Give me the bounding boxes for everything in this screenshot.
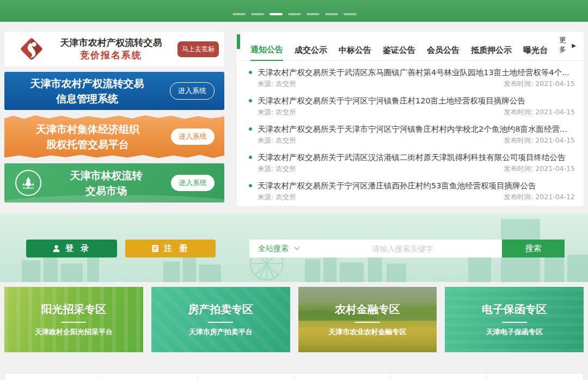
- bottom-cell: [295, 373, 391, 380]
- search-bar: 全站搜索 搜索: [249, 240, 565, 258]
- carousel-dots: [232, 13, 357, 15]
- zone-card-property-auction[interactable]: 房产拍卖专区 天津市房产拍卖平台: [151, 287, 290, 352]
- info-banner-text: 天津市农村产权流转交易 信息管理系统: [4, 76, 170, 107]
- equity-banner-line2: 股权托管交易平台: [4, 137, 171, 152]
- zone-divider: [355, 322, 380, 323]
- forest-rights-banner[interactable]: 天津市林权流转 交易市场 进入系统: [4, 163, 224, 203]
- announcement-title[interactable]: 天津农村产权交易所关于武清区汉沽港镇二街村原天津凯得利科技有限公司项目终结公告: [258, 151, 566, 163]
- search-input[interactable]: [303, 244, 502, 253]
- zone-card-rural-finance[interactable]: 农村金融专区 天津市农业农村金融专区: [298, 287, 437, 352]
- announcement-source: 来源: 农交所: [258, 135, 296, 145]
- zone-title: 电子保函专区: [482, 302, 547, 317]
- carousel-dot[interactable]: [288, 13, 301, 15]
- info-banner-line1: 天津市农村产权流转交易: [4, 76, 170, 91]
- bidding-card-subtitle: 竞价报名系统: [45, 49, 177, 62]
- carousel-dot[interactable]: [344, 13, 357, 15]
- zone-title: 房产拍卖专区: [188, 302, 253, 317]
- announcement-date: 发布时间: 2021-04-15: [504, 78, 575, 89]
- list-item: 天津农村产权交易所关于天津市宁河区宁河镇鲁庄村村内学校北2个鱼池约8亩水面经营.…: [249, 123, 575, 145]
- tab-pledge[interactable]: 抵质押公示: [471, 45, 512, 60]
- carousel-dot[interactable]: [232, 13, 246, 15]
- announcement-title[interactable]: 天津农村产权交易所关于宁河区潘庄镇西孙庄村约53亩鱼池经营权项目摘牌公告: [258, 180, 536, 192]
- equity-enter-system-button[interactable]: 进入系统: [171, 128, 215, 145]
- homepage: 天津市农村产权流转交易 竞价报名系统 马上去竞标 天津市农村产权流转交易 信息管…: [0, 0, 588, 380]
- bottom-cell: [5, 373, 101, 380]
- bottom-cell: [391, 373, 487, 380]
- zone-divider: [502, 322, 527, 323]
- announcement-source: 来源: 农交所: [258, 78, 296, 89]
- forest-banner-text: 天津市林权流转 交易市场: [41, 168, 171, 199]
- list-item: 天津农村产权交易所关于武清区东马圈镇广善村第4号林业队园地13亩土地经营权等4个…: [249, 66, 575, 89]
- bullet-icon: [249, 99, 252, 102]
- announcement-date: 发布时间: 2021-04-15: [504, 163, 575, 174]
- register-doc-icon: [151, 244, 159, 253]
- carousel-dot[interactable]: [307, 13, 320, 15]
- tab-winning-bid[interactable]: 中标公告: [339, 45, 371, 60]
- announcement-source: 来源: 农交所: [258, 163, 296, 174]
- tab-accent-bar: [237, 34, 240, 49]
- diamond-logo-icon: [19, 36, 45, 62]
- zone-cards: 阳光招采专区 天津政村企阳光招采平台 房产拍卖专区 天津市房产拍卖平台 农村金融…: [4, 287, 584, 352]
- zone-subtitle: 天津市农业农村金融专区: [328, 327, 406, 337]
- list-item: 天津农村产权交易所关于宁河区潘庄镇西孙庄村约53亩鱼池经营权项目摘牌公告 来源:…: [249, 180, 575, 202]
- bidding-card-title: 天津市农村产权流转交易: [45, 36, 177, 49]
- announcement-title[interactable]: 天津农村产权交易所关于宁河区宁河镇鲁庄村120亩土地经营权项目摘牌公告: [258, 95, 525, 107]
- more-label: 更多: [559, 36, 569, 54]
- announcements-panel: 通知公告 成交公示 中标公告 鉴证公告 会员公告 抵质押公示 曝光台 更多 ▶ …: [237, 32, 584, 206]
- announcement-date: 发布时间: 2021-04-15: [504, 107, 575, 117]
- bidding-system-card[interactable]: 天津市农村产权流转交易 竞价报名系统 马上去竞标: [4, 32, 224, 66]
- tab-notice[interactable]: 通知公告: [250, 45, 283, 61]
- equity-platform-banner[interactable]: 天津市村集体经济组织 股权托管交易平台 进入系统: [4, 114, 224, 159]
- equity-banner-text: 天津市村集体经济组织 股权托管交易平台: [4, 121, 171, 152]
- tab-member[interactable]: 会员公告: [427, 45, 460, 60]
- zone-subtitle: 天津政村企阳光招采平台: [35, 327, 113, 337]
- login-label: 登 录: [65, 243, 91, 254]
- carousel-dot[interactable]: [325, 13, 338, 15]
- bidding-card-titles: 天津市农村产权流转交易 竞价报名系统: [45, 36, 177, 62]
- tab-deal-publicity[interactable]: 成交公示: [295, 45, 327, 60]
- announcement-source: 来源: 农交所: [258, 192, 296, 202]
- user-icon: [52, 244, 60, 253]
- search-scope-select[interactable]: 全站搜索: [249, 244, 294, 254]
- zone-title: 农村金融专区: [335, 302, 400, 317]
- info-enter-system-button[interactable]: 进入系统: [170, 82, 215, 100]
- announcement-date: 发布时间: 2021-04-15: [504, 135, 575, 145]
- search-button[interactable]: 搜索: [502, 240, 565, 258]
- register-button[interactable]: 注 册: [125, 240, 216, 258]
- announcement-title[interactable]: 天津农村产权交易所关于天津市宁河区宁河镇鲁庄村村内学校北2个鱼池约8亩水面经营.…: [258, 123, 567, 135]
- carousel-banner: [0, 0, 588, 22]
- forest-banner-line2: 交易市场: [41, 183, 171, 199]
- announcement-tabs: 通知公告 成交公示 中标公告 鉴证公告 会员公告 抵质押公示 曝光台 更多 ▶: [237, 32, 584, 61]
- search-input-area: 全站搜索: [249, 240, 502, 258]
- more-link[interactable]: 更多 ▶: [559, 36, 576, 60]
- zone-title: 阳光招采专区: [41, 302, 106, 317]
- tab-exposure[interactable]: 曝光台: [523, 45, 548, 60]
- go-bid-button[interactable]: 马上去竞标: [177, 41, 219, 57]
- search-band: 登 录 注 册 全站搜索 搜索: [0, 213, 588, 282]
- forest-enter-system-button[interactable]: 进入系统: [171, 175, 215, 191]
- bottom-cell: [487, 373, 583, 380]
- info-management-banner[interactable]: 天津市农村产权流转交易 信息管理系统 进入系统: [4, 72, 224, 110]
- zone-card-e-guarantee[interactable]: 电子保函专区 天津电子保函专区: [445, 287, 584, 352]
- tab-authentication[interactable]: 鉴证公告: [383, 45, 415, 60]
- more-arrow-icon: ▶: [572, 42, 576, 48]
- zone-divider: [208, 322, 233, 323]
- carousel-dot[interactable]: [251, 13, 264, 15]
- zone-card-sunshine-procurement[interactable]: 阳光招采专区 天津政村企阳光招采平台: [4, 287, 143, 352]
- tree-icon: [15, 170, 41, 196]
- zone-divider: [61, 322, 86, 323]
- announcement-list: 天津农村产权交易所关于武清区东马圈镇广善村第4号林业队园地13亩土地经营权等4个…: [237, 61, 584, 202]
- bottom-cell: [198, 373, 294, 380]
- carousel-dot-active[interactable]: [270, 13, 283, 15]
- chevron-down-icon[interactable]: [294, 247, 300, 250]
- announcement-source: 来源: 农交所: [258, 107, 296, 117]
- list-item: 天津农村产权交易所关于宁河区宁河镇鲁庄村120亩土地经营权项目摘牌公告 来源: …: [249, 95, 575, 117]
- announcement-title[interactable]: 天津农村产权交易所关于武清区东马圈镇广善村第4号林业队园地13亩土地经营权等4个…: [258, 66, 569, 78]
- bullet-icon: [249, 127, 252, 131]
- register-label: 注 册: [164, 243, 189, 254]
- bullet-icon: [249, 156, 252, 159]
- equity-banner-line1: 天津市村集体经济组织: [4, 121, 171, 137]
- login-button[interactable]: 登 录: [26, 240, 117, 258]
- list-item: 天津农村产权交易所关于武清区汉沽港镇二街村原天津凯得利科技有限公司项目终结公告 …: [249, 151, 575, 174]
- bottom-cell: [101, 373, 198, 380]
